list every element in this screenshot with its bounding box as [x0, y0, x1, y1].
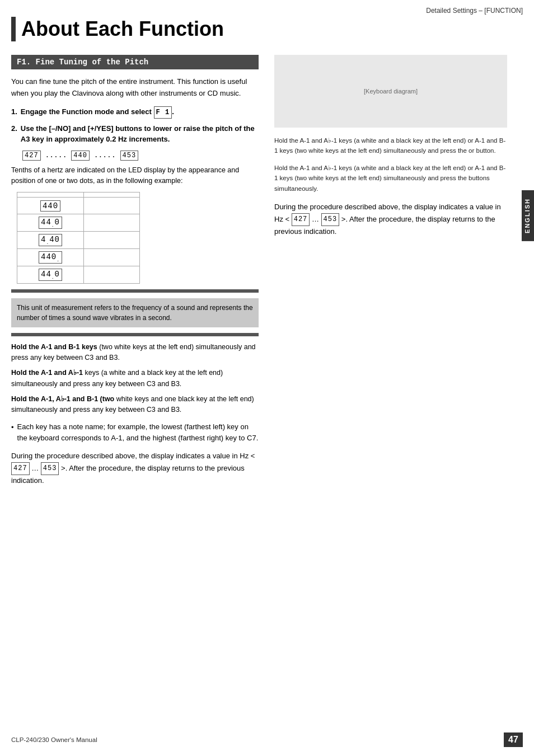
right-column: [Keyboard diagram] Hold the A-1 and A♭-1…: [269, 55, 523, 494]
page-header: Detailed Settings – [FUNCTION]: [0, 0, 534, 17]
keyboard-diagram: [Keyboard diagram]: [274, 55, 507, 128]
step-2: 2. Use the [–/NO] and [+/YES] buttons to…: [11, 123, 259, 145]
header-title: Detailed Settings – [FUNCTION]: [426, 7, 523, 15]
led-sequence: 427 ..... 440 ..... 453: [22, 151, 259, 161]
key-instruction-2: Hold the A-1 and A♭-1 keys (a white and …: [11, 368, 259, 389]
page-title: About Each Function: [11, 17, 523, 41]
during-text-left: During the procedure described above, th…: [11, 450, 259, 487]
right-during-display-2: 453: [321, 213, 340, 226]
right-instruction-2: Hold the A-1 and A♭-1 keys (a white and …: [274, 163, 507, 194]
during-text-right: During the procedure described above, th…: [274, 201, 507, 238]
page-title-area: About Each Function: [0, 17, 534, 55]
steps-list: 1. Engage the Function mode and select F…: [11, 106, 259, 145]
main-content: F1. Fine Tuning of the Pitch You can fin…: [0, 55, 534, 505]
title-bar-decoration: [11, 17, 16, 41]
manual-title: CLP-240/230 Owner's Manual: [11, 736, 97, 743]
during-display-1: 427: [11, 462, 30, 475]
bullet-dot: •: [11, 422, 14, 444]
table-row: 440: [17, 198, 140, 214]
key-instructions: Hold the A-1 and B-1 keys (two white key…: [11, 342, 259, 416]
led-note-text: Tenths of a hertz are indicated on the L…: [11, 165, 259, 187]
table-row: 44.0: [17, 266, 140, 283]
bullet-item: • Each key has a note name; for example,…: [11, 421, 259, 444]
step1-display: F 1: [154, 106, 172, 119]
table-row: 440.: [17, 248, 140, 266]
section-header: F1. Fine Tuning of the Pitch: [11, 55, 259, 69]
dark-bar-2: [11, 333, 259, 336]
step-1: 1. Engage the Function mode and select F…: [11, 106, 259, 119]
language-tab: ENGLISH: [522, 190, 534, 241]
table-row: 4.40: [17, 232, 140, 249]
key-instruction-3: Hold the A-1, A♭-1 and B-1 (two white ke…: [11, 394, 259, 416]
key-instruction-1: Hold the A-1 and B-1 keys (two white key…: [11, 342, 259, 364]
page-wrapper: Detailed Settings – [FUNCTION] ENGLISH A…: [0, 0, 534, 756]
table-header-row: [17, 192, 140, 198]
hz-info-box: This unit of measurement refers to the f…: [11, 298, 259, 327]
table-row: 44.0: [17, 214, 140, 232]
dark-bar-1: [11, 289, 259, 293]
right-during-display-1: 427: [292, 213, 310, 226]
led-display-table: 440 44.0 4.40 440. 44.0: [17, 192, 140, 283]
page-number: 47: [504, 732, 523, 747]
right-instruction-1: Hold the A-1 and A♭-1 keys (a white and …: [274, 135, 507, 156]
during-display-2: 453: [41, 462, 59, 475]
page-footer: CLP-240/230 Owner's Manual 47: [0, 732, 534, 747]
intro-text: You can fine tune the pitch of the entir…: [11, 76, 259, 100]
left-column: F1. Fine Tuning of the Pitch You can fin…: [11, 55, 269, 494]
